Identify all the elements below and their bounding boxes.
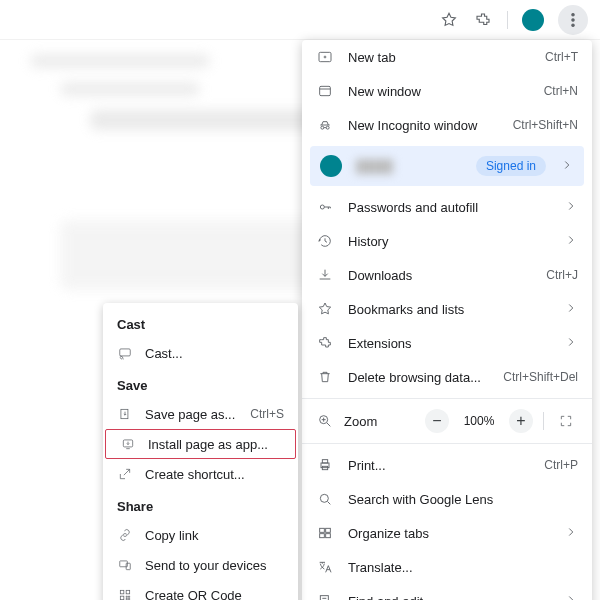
menu-delete-browsing-data[interactable]: Delete browsing data... Ctrl+Shift+Del <box>302 360 592 394</box>
menu-profile-row[interactable]: ████ Signed in <box>310 146 584 186</box>
download-icon <box>316 266 334 284</box>
menu-label: Search with Google Lens <box>348 492 578 507</box>
svg-rect-13 <box>320 528 325 532</box>
submenu-label: Create QR Code <box>145 588 284 601</box>
submenu-shortcut: Ctrl+S <box>250 407 284 421</box>
menu-new-window[interactable]: New window Ctrl+N <box>302 74 592 108</box>
toolbar-divider <box>507 11 508 29</box>
menu-shortcut: Ctrl+N <box>544 84 578 98</box>
svg-rect-14 <box>326 528 331 532</box>
kebab-menu-button[interactable] <box>558 5 588 35</box>
svg-point-12 <box>320 494 328 502</box>
menu-label: Delete browsing data... <box>348 370 489 385</box>
zoom-out-button[interactable]: − <box>425 409 449 433</box>
devices-icon <box>117 557 133 573</box>
menu-print[interactable]: Print... Ctrl+P <box>302 448 592 482</box>
submenu-create-qr[interactable]: Create QR Code <box>103 580 298 600</box>
menu-label: New Incognito window <box>348 118 499 133</box>
menu-shortcut: Ctrl+T <box>545 50 578 64</box>
cast-icon <box>117 345 133 361</box>
history-icon <box>316 232 334 250</box>
organize-icon <box>316 524 334 542</box>
menu-find-edit[interactable]: Find and edit <box>302 584 592 600</box>
menu-incognito[interactable]: New Incognito window Ctrl+Shift+N <box>302 108 592 142</box>
submenu-install-app[interactable]: Install page as app... <box>105 429 296 459</box>
avatar-icon <box>320 155 342 177</box>
lens-icon <box>316 490 334 508</box>
menu-downloads[interactable]: Downloads Ctrl+J <box>302 258 592 292</box>
zoom-label: Zoom <box>344 414 415 429</box>
bookmark-icon <box>316 300 334 318</box>
shortcut-icon <box>117 466 133 482</box>
submenu-header-cast: Cast <box>103 307 298 338</box>
extension-icon <box>316 334 334 352</box>
submenu-header-save: Save <box>103 368 298 399</box>
menu-google-lens[interactable]: Search with Google Lens <box>302 482 592 516</box>
svg-point-5 <box>321 126 324 129</box>
fullscreen-button[interactable] <box>554 409 578 433</box>
menu-bookmarks[interactable]: Bookmarks and lists <box>302 292 592 326</box>
svg-rect-17 <box>320 596 328 600</box>
incognito-icon <box>316 116 334 134</box>
svg-point-6 <box>326 126 329 129</box>
submenu-label: Save page as... <box>145 407 238 422</box>
submenu-create-shortcut[interactable]: Create shortcut... <box>103 459 298 489</box>
submenu-copy-link[interactable]: Copy link <box>103 520 298 550</box>
svg-rect-4 <box>320 86 331 95</box>
key-icon <box>316 198 334 216</box>
signed-in-badge: Signed in <box>476 156 546 176</box>
svg-point-2 <box>572 24 574 26</box>
new-tab-icon <box>316 48 334 66</box>
svg-rect-29 <box>120 596 124 600</box>
submenu-send-to-devices[interactable]: Send to your devices <box>103 550 298 580</box>
menu-shortcut: Ctrl+J <box>546 268 578 282</box>
submenu-header-share: Share <box>103 489 298 520</box>
svg-point-0 <box>572 13 574 15</box>
chevron-right-icon <box>564 233 578 250</box>
submenu-label: Copy link <box>145 528 284 543</box>
menu-separator <box>302 443 592 444</box>
profile-name-blurred: ████ <box>356 159 462 174</box>
zoom-value: 100% <box>459 414 499 428</box>
install-app-icon <box>120 436 136 452</box>
menu-history[interactable]: History <box>302 224 592 258</box>
menu-extensions[interactable]: Extensions <box>302 326 592 360</box>
svg-rect-23 <box>121 409 128 418</box>
menu-label: Bookmarks and lists <box>348 302 550 317</box>
submenu-label: Send to your devices <box>145 558 284 573</box>
menu-label: Find and edit <box>348 594 550 601</box>
menu-label: Passwords and autofill <box>348 200 550 215</box>
menu-label: History <box>348 234 550 249</box>
zoom-icon <box>316 412 334 430</box>
cast-save-share-submenu: Cast Cast... Save Save page as... Ctrl+S… <box>103 303 298 600</box>
menu-label: Extensions <box>348 336 550 351</box>
menu-passwords[interactable]: Passwords and autofill <box>302 190 592 224</box>
qr-icon <box>117 587 133 600</box>
svg-rect-15 <box>320 534 325 538</box>
menu-shortcut: Ctrl+P <box>544 458 578 472</box>
submenu-cast[interactable]: Cast... <box>103 338 298 368</box>
submenu-save-page-as[interactable]: Save page as... Ctrl+S <box>103 399 298 429</box>
menu-separator <box>302 398 592 399</box>
zoom-in-button[interactable]: + <box>509 409 533 433</box>
save-page-icon <box>117 406 133 422</box>
menu-translate[interactable]: Translate... <box>302 550 592 584</box>
menu-new-tab[interactable]: New tab Ctrl+T <box>302 40 592 74</box>
extensions-icon[interactable] <box>473 10 493 30</box>
submenu-label: Cast... <box>145 346 284 361</box>
trash-icon <box>316 368 334 386</box>
menu-label: New tab <box>348 50 531 65</box>
link-icon <box>117 527 133 543</box>
profile-avatar-icon[interactable] <box>522 9 544 31</box>
menu-shortcut: Ctrl+Shift+N <box>513 118 578 132</box>
menu-zoom-row: Zoom − 100% + <box>302 403 592 439</box>
zoom-divider <box>543 412 544 430</box>
find-icon <box>316 592 334 600</box>
menu-organize-tabs[interactable]: Organize tabs <box>302 516 592 550</box>
svg-rect-16 <box>326 534 331 538</box>
star-icon[interactable] <box>439 10 459 30</box>
chevron-right-icon <box>564 593 578 601</box>
chevron-right-icon <box>560 158 574 175</box>
svg-rect-28 <box>126 590 130 594</box>
menu-label: New window <box>348 84 530 99</box>
